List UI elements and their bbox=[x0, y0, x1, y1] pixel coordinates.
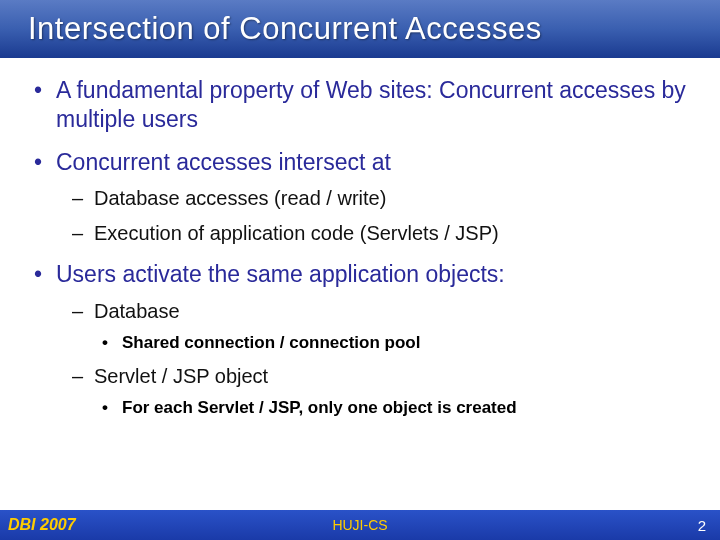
footer-bar: DBI 2007 HUJI-CS 2 bbox=[0, 510, 720, 540]
bullet-text: Concurrent accesses intersect at bbox=[56, 148, 391, 177]
title-bar: Intersection of Concurrent Accesses bbox=[0, 0, 720, 58]
slide-content: • A fundamental property of Web sites: C… bbox=[0, 58, 720, 419]
bullet-item: • Concurrent accesses intersect at – Dat… bbox=[30, 148, 690, 247]
sub-item: – Servlet / JSP object • For each Servle… bbox=[72, 364, 690, 419]
subsub-text: Shared connection / connection pool bbox=[122, 332, 420, 354]
dot-icon: • bbox=[102, 332, 122, 354]
sub-text: Database accesses (read / write) bbox=[94, 186, 386, 211]
sub-item: – Database • Shared connection / connect… bbox=[72, 299, 690, 354]
sub-text: Execution of application code (Servlets … bbox=[94, 221, 499, 246]
sub-item: – Execution of application code (Servlet… bbox=[72, 221, 690, 246]
bullet-icon: • bbox=[30, 148, 56, 177]
bullet-text: A fundamental property of Web sites: Con… bbox=[56, 76, 690, 134]
dash-icon: – bbox=[72, 186, 94, 211]
subsub-item: • For each Servlet / JSP, only one objec… bbox=[102, 397, 690, 419]
footer-left: DBI 2007 bbox=[8, 516, 76, 534]
slide-title: Intersection of Concurrent Accesses bbox=[28, 11, 542, 47]
dash-icon: – bbox=[72, 364, 94, 389]
dot-icon: • bbox=[102, 397, 122, 419]
bullet-icon: • bbox=[30, 76, 56, 105]
bullet-item: • A fundamental property of Web sites: C… bbox=[30, 76, 690, 134]
footer-center: HUJI-CS bbox=[0, 517, 720, 533]
subsub-text: For each Servlet / JSP, only one object … bbox=[122, 397, 517, 419]
bullet-text: Users activate the same application obje… bbox=[56, 260, 505, 289]
footer-page-number: 2 bbox=[698, 517, 706, 534]
subsub-item: • Shared connection / connection pool bbox=[102, 332, 690, 354]
bullet-item: • Users activate the same application ob… bbox=[30, 260, 690, 419]
dash-icon: – bbox=[72, 221, 94, 246]
sub-item: – Database accesses (read / write) bbox=[72, 186, 690, 211]
dash-icon: – bbox=[72, 299, 94, 324]
bullet-icon: • bbox=[30, 260, 56, 289]
sub-text: Servlet / JSP object bbox=[94, 364, 268, 389]
sub-text: Database bbox=[94, 299, 180, 324]
